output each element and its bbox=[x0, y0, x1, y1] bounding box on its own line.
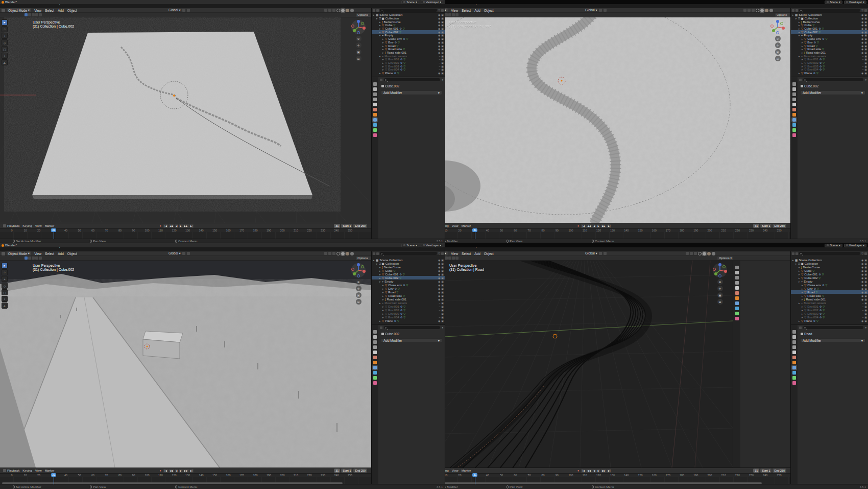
add-modifier-button[interactable]: Add Modifier▾ bbox=[800, 90, 865, 95]
timeline-menu-view[interactable]: View bbox=[452, 469, 459, 472]
camera-visibility-icon[interactable]: ▣ bbox=[441, 309, 444, 312]
hide-eye-icon[interactable]: – bbox=[862, 55, 863, 58]
outliner-item-label[interactable]: Cube.002 bbox=[385, 276, 398, 280]
camera-visibility-icon[interactable]: ▣ bbox=[864, 31, 867, 34]
properties-tab-icon[interactable] bbox=[373, 98, 377, 101]
shading-wireframe-icon[interactable] bbox=[756, 9, 759, 12]
hide-eye-icon[interactable]: – bbox=[439, 68, 440, 71]
camera-visibility-icon[interactable]: ▣ bbox=[864, 27, 867, 30]
proportional-edit-icon[interactable] bbox=[187, 9, 190, 12]
outliner-item-label[interactable]: Close env bbox=[807, 284, 821, 287]
hide-eye-icon[interactable]: – bbox=[439, 305, 440, 308]
camera-visibility-icon[interactable]: ▣ bbox=[864, 273, 867, 276]
viewport-nav-button[interactable]: ▣ bbox=[356, 49, 361, 55]
camera-visibility-icon[interactable]: ▣ bbox=[864, 309, 867, 312]
properties-tab-icon[interactable] bbox=[373, 108, 377, 111]
tool-button[interactable]: ○ bbox=[2, 26, 8, 32]
camera-visibility-icon[interactable]: ▣ bbox=[441, 72, 444, 75]
properties-tab-icon[interactable] bbox=[792, 356, 796, 359]
outliner-item-label[interactable]: Env.003 bbox=[388, 65, 399, 68]
viewport-menu-object[interactable]: Object bbox=[484, 9, 494, 12]
outliner-item-label[interactable]: Scene Collection bbox=[799, 259, 822, 262]
outliner-item-label[interactable]: Road bbox=[388, 44, 395, 48]
viewport-menu-view[interactable]: View bbox=[451, 9, 458, 12]
playhead-marker[interactable]: 31 bbox=[472, 228, 477, 232]
timeline-menu-view[interactable]: View bbox=[35, 224, 42, 227]
properties-tab-icon[interactable] bbox=[735, 296, 739, 300]
camera-visibility-icon[interactable]: ▣ bbox=[441, 58, 444, 61]
scene-selector[interactable]: Scene▾ bbox=[825, 244, 842, 247]
outliner-search-input[interactable] bbox=[380, 252, 437, 255]
scene-selector[interactable]: Scene▾ bbox=[825, 1, 842, 4]
outliner-item-label[interactable]: Env bbox=[807, 287, 812, 290]
outliner-item-label[interactable]: Empty bbox=[804, 280, 812, 283]
outliner-row[interactable]: ▸ ▽ Cube▽ ◉▣ bbox=[372, 24, 445, 27]
snap-magnet-icon[interactable] bbox=[599, 9, 602, 12]
outliner-item-label[interactable]: Road bbox=[807, 291, 814, 294]
outliner-editor-icon[interactable] bbox=[792, 252, 794, 255]
outliner-search-input[interactable] bbox=[799, 252, 860, 255]
playback-button[interactable]: ▶| bbox=[607, 224, 612, 228]
timeline-menu-playback[interactable]: Playback bbox=[7, 469, 19, 472]
properties-tab-icon[interactable] bbox=[373, 366, 377, 369]
camera-visibility-icon[interactable]: ▣ bbox=[441, 266, 444, 269]
properties-editor-icon[interactable] bbox=[380, 79, 382, 81]
hide-eye-icon[interactable]: – bbox=[862, 68, 863, 71]
properties-tab-icon[interactable] bbox=[735, 307, 739, 310]
camera-visibility-icon[interactable]: ▣ bbox=[864, 37, 867, 40]
outliner-row[interactable]: ▸ ▽ Env.001⚙▽ –▣ bbox=[791, 305, 868, 308]
select-mode-icon[interactable] bbox=[39, 257, 42, 260]
outliner-row[interactable]: ▸ ▽ Env.004⚙▽ –▣ bbox=[372, 315, 445, 319]
outliner-row[interactable]: ▸ ▽ Cube.002▽ ◉▣ bbox=[791, 276, 868, 280]
show-overlays-icon[interactable] bbox=[328, 9, 331, 12]
camera-visibility-icon[interactable]: ▣ bbox=[864, 266, 867, 269]
hide-eye-icon[interactable]: ◉ bbox=[861, 41, 863, 44]
viewport-nav-button[interactable]: ✛ bbox=[356, 42, 361, 48]
playhead-marker[interactable]: 31 bbox=[472, 473, 477, 477]
current-frame-field[interactable]: 31 bbox=[753, 224, 759, 228]
viewport-3d-scene-road-closeup[interactable] bbox=[417, 17, 790, 223]
outliner-filter-display-icon[interactable] bbox=[376, 9, 379, 12]
camera-visibility-icon[interactable]: ▣ bbox=[864, 20, 867, 24]
outliner-item-label[interactable]: Plane bbox=[804, 72, 812, 75]
playback-button[interactable]: |◀ bbox=[581, 469, 586, 473]
filter-icon[interactable]: ▽ bbox=[861, 9, 863, 12]
outliner-row[interactable]: ▸ + Mountain assets –▣ bbox=[791, 301, 868, 305]
outliner-row[interactable]: ▸ ∫ BezierCurve ◉▣ bbox=[791, 265, 868, 269]
filter-icon[interactable]: ▽ bbox=[438, 9, 440, 12]
outliner-item-label[interactable]: Mountain assets bbox=[804, 55, 826, 58]
properties-tab-icon[interactable] bbox=[792, 82, 796, 86]
viewport-nav-button[interactable]: ⊕ bbox=[717, 279, 723, 285]
outliner-row[interactable]: ▸ ▽ Cube.002▽ ◉▣ bbox=[372, 30, 445, 34]
timeline-channels[interactable] bbox=[0, 232, 371, 239]
tool-button[interactable]: ◇ bbox=[2, 283, 8, 289]
xray-toggle-icon[interactable] bbox=[752, 9, 755, 12]
outliner-item-label[interactable]: Env.003 bbox=[807, 312, 818, 315]
properties-tab-icon[interactable] bbox=[735, 301, 739, 305]
hide-eye-icon[interactable]: ◉ bbox=[438, 37, 440, 40]
camera-visibility-icon[interactable]: ▣ bbox=[864, 24, 867, 27]
select-mode-icon[interactable] bbox=[448, 257, 451, 260]
collection-checkbox[interactable]: ☑ bbox=[379, 262, 381, 265]
camera-visibility-icon[interactable]: ▣ bbox=[441, 51, 444, 54]
outliner-item-label[interactable]: Collection bbox=[805, 17, 818, 20]
current-frame-field[interactable]: 31 bbox=[334, 224, 340, 228]
hide-eye-icon[interactable]: ◉ bbox=[861, 276, 863, 280]
hide-eye-icon[interactable]: – bbox=[862, 61, 863, 64]
hide-eye-icon[interactable]: ◉ bbox=[861, 262, 863, 265]
camera-visibility-icon[interactable]: ▣ bbox=[441, 27, 444, 30]
camera-visibility-icon[interactable]: ▣ bbox=[441, 68, 444, 71]
show-gizmo-icon[interactable] bbox=[686, 252, 689, 255]
shading-rendered-icon[interactable] bbox=[769, 9, 773, 12]
properties-tab-icon[interactable] bbox=[373, 113, 377, 117]
shading-rendered-icon[interactable] bbox=[350, 252, 354, 255]
camera-visibility-icon[interactable]: ▣ bbox=[441, 55, 444, 58]
camera-visibility-icon[interactable]: ▣ bbox=[864, 298, 867, 301]
timeline-menu-marker[interactable]: Marker bbox=[462, 469, 471, 472]
viewport-nav-button[interactable]: ▣ bbox=[356, 292, 361, 298]
start-frame-field[interactable]: Start 1 bbox=[760, 224, 771, 228]
outliner-item-label[interactable]: Empty bbox=[384, 34, 393, 37]
playback-button[interactable]: ◀ bbox=[592, 469, 596, 473]
outliner-item-label[interactable]: Env.003 bbox=[388, 312, 399, 315]
show-overlays-icon[interactable] bbox=[328, 252, 331, 255]
